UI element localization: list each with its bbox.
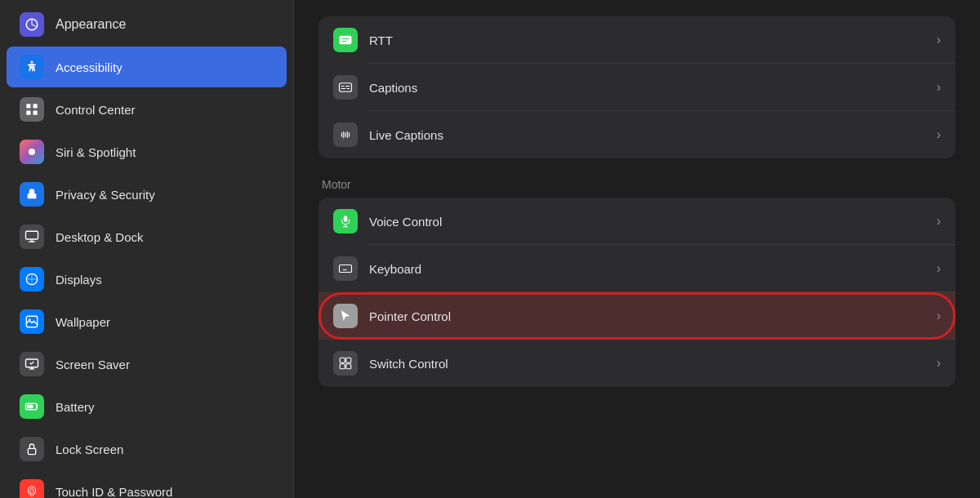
siri-svg [25, 145, 38, 158]
svg-rect-21 [340, 358, 345, 362]
rtt-item[interactable]: RTT › [318, 16, 956, 64]
switch-control-icon [333, 351, 358, 376]
wallpaper-label: Wallpaper [56, 315, 110, 329]
svg-rect-24 [346, 364, 351, 369]
svg-rect-17 [340, 36, 352, 45]
privacy-svg [25, 188, 38, 201]
motor-card-group: Voice Control › Keyboard › Pointer Contr [318, 198, 956, 387]
voice-control-svg [338, 214, 353, 229]
lockscreen-svg [25, 442, 38, 456]
pointer-control-svg [338, 309, 353, 323]
captions-chevron: › [937, 80, 941, 95]
battery-icon-wrap [20, 394, 44, 419]
voice-control-icon [333, 209, 358, 233]
sidebar-item-battery[interactable]: Battery [7, 386, 287, 427]
screensaver-label: Screen Saver [56, 358, 130, 371]
battery-svg [24, 399, 39, 414]
sidebar-item-screensaver[interactable]: Screen Saver [7, 344, 287, 385]
siri-icon-wrap [20, 140, 44, 164]
live-captions-label: Live Captions [369, 128, 925, 142]
privacy-icon-wrap [20, 182, 44, 207]
keyboard-item[interactable]: Keyboard › [318, 245, 956, 292]
main-content: RTT › Captions › Live Captions [294, 0, 980, 498]
pointer-control-icon [333, 304, 358, 328]
sidebar-item-control-center[interactable]: Control Center [7, 89, 287, 130]
sidebar-item-appearance[interactable]: Appearance [7, 7, 287, 45]
touchid-icon-wrap [20, 479, 44, 498]
rtt-svg [338, 33, 353, 47]
live-captions-icon [333, 122, 358, 147]
svg-point-6 [29, 149, 35, 155]
voice-control-chevron: › [937, 214, 941, 229]
keyboard-svg [338, 261, 353, 276]
svg-rect-3 [33, 104, 38, 108]
captions-item[interactable]: Captions › [318, 64, 956, 111]
switch-control-label: Switch Control [369, 357, 925, 371]
top-card-group: RTT › Captions › Live Captions [318, 16, 956, 158]
svg-rect-2 [26, 104, 30, 108]
rtt-label: RTT [369, 33, 925, 47]
desktop-label: Desktop & Dock [56, 230, 144, 244]
touchid-svg [25, 485, 38, 498]
svg-rect-7 [26, 231, 38, 239]
accessibility-label: Accessibility [56, 60, 122, 74]
captions-icon [333, 75, 358, 100]
sidebar-item-siri[interactable]: Siri & Spotlight [7, 131, 287, 172]
rtt-icon [333, 28, 358, 52]
svg-point-10 [29, 318, 30, 320]
keyboard-icon [333, 256, 358, 281]
svg-rect-20 [340, 265, 352, 273]
voice-control-item[interactable]: Voice Control › [318, 198, 956, 245]
svg-rect-5 [33, 111, 38, 115]
svg-rect-23 [340, 364, 345, 369]
switch-control-item[interactable]: Switch Control › [318, 340, 956, 387]
control-center-label: Control Center [56, 103, 136, 117]
displays-svg [25, 273, 38, 286]
sidebar-item-wallpaper[interactable]: Wallpaper [7, 301, 287, 342]
sidebar-item-privacy[interactable]: Privacy & Security [7, 174, 287, 215]
pointer-control-item[interactable]: Pointer Control › [318, 292, 956, 340]
captions-label: Captions [369, 81, 925, 95]
lockscreen-label: Lock Screen [56, 442, 123, 456]
battery-label: Battery [56, 400, 95, 414]
sidebar-item-lockscreen[interactable]: Lock Screen [7, 429, 287, 469]
desktop-icon-wrap [20, 225, 44, 249]
svg-rect-18 [340, 83, 352, 92]
motor-heading: Motor [318, 178, 956, 191]
svg-rect-4 [26, 111, 30, 115]
screensaver-icon-wrap [20, 352, 44, 376]
svg-rect-14 [28, 448, 35, 454]
appearance-label: Appearance [56, 17, 126, 32]
switch-control-chevron: › [937, 356, 941, 371]
privacy-label: Privacy & Security [56, 188, 155, 202]
live-captions-chevron: › [937, 127, 941, 142]
accessibility-svg [24, 60, 39, 74]
screensaver-svg [24, 357, 39, 371]
wallpaper-svg [24, 314, 39, 329]
sidebar-item-displays[interactable]: Displays [7, 259, 287, 300]
keyboard-label: Keyboard [369, 262, 925, 276]
desktop-svg [24, 229, 39, 244]
svg-point-1 [31, 61, 33, 64]
siri-label: Siri & Spotlight [56, 145, 136, 159]
sidebar-item-desktop[interactable]: Desktop & Dock [7, 216, 287, 257]
sidebar: Appearance Accessibility Control Center [0, 0, 294, 498]
voice-control-label: Voice Control [369, 215, 925, 229]
displays-label: Displays [56, 273, 102, 287]
appearance-icon [20, 12, 44, 37]
touchid-label: Touch ID & Password [56, 485, 172, 499]
rtt-chevron: › [937, 33, 941, 47]
pointer-control-chevron: › [937, 309, 941, 323]
displays-icon-wrap [20, 267, 44, 291]
svg-rect-13 [27, 405, 33, 409]
pointer-control-label: Pointer Control [369, 309, 925, 323]
captions-svg [338, 80, 353, 95]
sidebar-item-touchid[interactable]: Touch ID & Password [7, 471, 287, 498]
sidebar-item-accessibility[interactable]: Accessibility [7, 47, 287, 87]
switch-control-svg [338, 356, 353, 371]
live-captions-item[interactable]: Live Captions › [318, 111, 956, 158]
wallpaper-icon-wrap [20, 309, 44, 334]
svg-rect-22 [346, 358, 351, 362]
appearance-svg [24, 17, 39, 32]
accessibility-icon-wrap [20, 55, 44, 79]
